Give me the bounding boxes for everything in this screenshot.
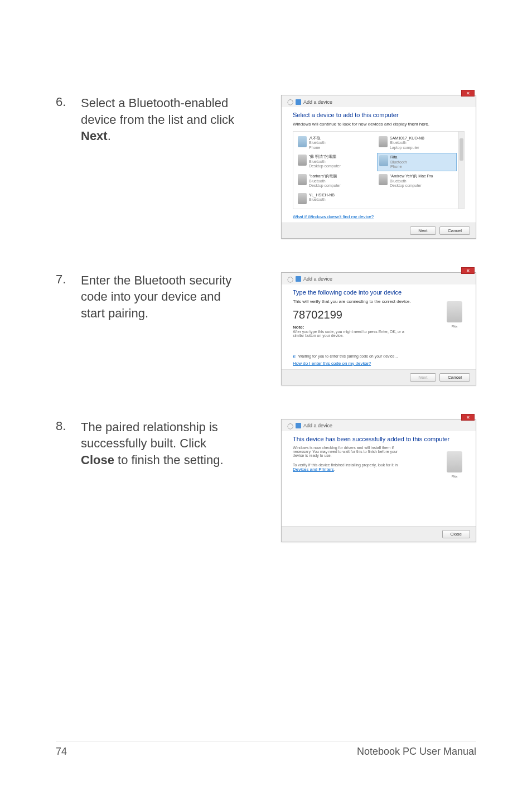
cancel-button[interactable]: Cancel xyxy=(439,373,470,382)
waiting-status: Waiting for you to enter this pairing co… xyxy=(293,354,465,359)
next-button: Next xyxy=(410,373,436,382)
back-icon[interactable]: ◯ xyxy=(287,99,293,105)
device-icon xyxy=(296,99,301,105)
manual-title: Notebook PC User Manual xyxy=(357,746,476,758)
add-device-dialog-select: ✕ ◯ Add a device Select a device to add … xyxy=(281,95,476,239)
dialog-subtitle: This will verify that you are connecting… xyxy=(293,299,465,304)
note-text: After you type this code, you might need… xyxy=(293,330,413,337)
add-device-dialog-code: ✕ ◯ Add a device Type the following code… xyxy=(281,272,476,385)
dialog-header-text: Add a device xyxy=(303,276,332,282)
help-link[interactable]: What if Windows doesn't find my device? xyxy=(293,214,374,219)
device-item[interactable]: YL_HSIEH-NBBluetooth xyxy=(296,191,376,206)
step8-number: 8. xyxy=(56,419,81,433)
page-number: 74 xyxy=(56,746,67,758)
devices-printers-link[interactable]: Devices and Printers xyxy=(293,467,334,472)
device-type-icon xyxy=(298,174,307,185)
cancel-button[interactable]: Cancel xyxy=(439,226,470,235)
device-type-icon xyxy=(298,193,307,204)
step7-number: 7. xyxy=(56,272,81,287)
device-item[interactable]: "蘇 明清"的電腦BluetoothDesktop computer xyxy=(296,153,376,171)
device-list: 八不取BluetoothPhoneSAM1017_KUO-NBBluetooth… xyxy=(293,131,465,209)
dialog-title: This device has been successfully added … xyxy=(293,436,465,442)
device-item[interactable]: 八不取BluetoothPhone xyxy=(296,134,376,152)
device-type-icon xyxy=(379,136,388,147)
success-body1: Windows is now checking for drivers and … xyxy=(293,446,404,457)
step6-text: Select a Bluetooth-enabled device from t… xyxy=(81,95,248,144)
device-preview-icon xyxy=(447,451,462,472)
device-type-icon xyxy=(379,155,388,166)
device-icon xyxy=(296,276,301,282)
dialog-title: Type the following code into your device xyxy=(293,289,465,296)
pairing-code: 78702199 xyxy=(293,308,465,321)
device-item[interactable]: "barbara"的電腦BluetoothDesktop computer xyxy=(296,172,376,190)
help-link[interactable]: How do I enter this code on my device? xyxy=(293,361,371,366)
device-item[interactable]: RitaBluetoothPhone xyxy=(377,153,457,171)
device-type-icon xyxy=(379,174,388,185)
device-preview-icon xyxy=(447,301,462,322)
close-icon[interactable]: ✕ xyxy=(461,90,475,97)
note-label: Note: xyxy=(293,325,465,330)
back-icon[interactable]: ◯ xyxy=(287,276,293,282)
dialog-header-text: Add a device xyxy=(303,423,332,428)
back-icon: ◯ xyxy=(287,423,293,429)
device-type-icon xyxy=(298,155,307,166)
step6-number: 6. xyxy=(56,95,81,109)
add-device-dialog-success: ✕ ◯ Add a device This device has been su… xyxy=(281,419,476,542)
device-icon xyxy=(296,423,301,428)
close-icon[interactable]: ✕ xyxy=(461,414,475,421)
close-icon[interactable]: ✕ xyxy=(461,267,475,274)
step8-text: The paired relationship is successfully … xyxy=(81,419,248,469)
page-footer: 74 Notebook PC User Manual xyxy=(56,741,476,758)
device-type-icon xyxy=(298,136,307,147)
scrollbar[interactable] xyxy=(458,132,464,209)
dialog-header-text: Add a device xyxy=(303,99,332,105)
dialog-subtitle: Windows will continue to look for new de… xyxy=(293,122,465,127)
device-item[interactable]: "Andrew Yeh"的 Mac ProBluetoothDesktop co… xyxy=(377,172,457,190)
dialog-title: Select a device to add to this computer xyxy=(293,112,465,118)
device-item[interactable]: SAM1017_KUO-NBBluetoothLaptop computer xyxy=(377,134,457,152)
step7-text: Enter the Bluetooth security code into y… xyxy=(81,272,248,322)
success-body2: To verify if this device finished instal… xyxy=(293,463,404,472)
next-button[interactable]: Next xyxy=(410,226,436,235)
close-button[interactable]: Close xyxy=(442,530,470,538)
